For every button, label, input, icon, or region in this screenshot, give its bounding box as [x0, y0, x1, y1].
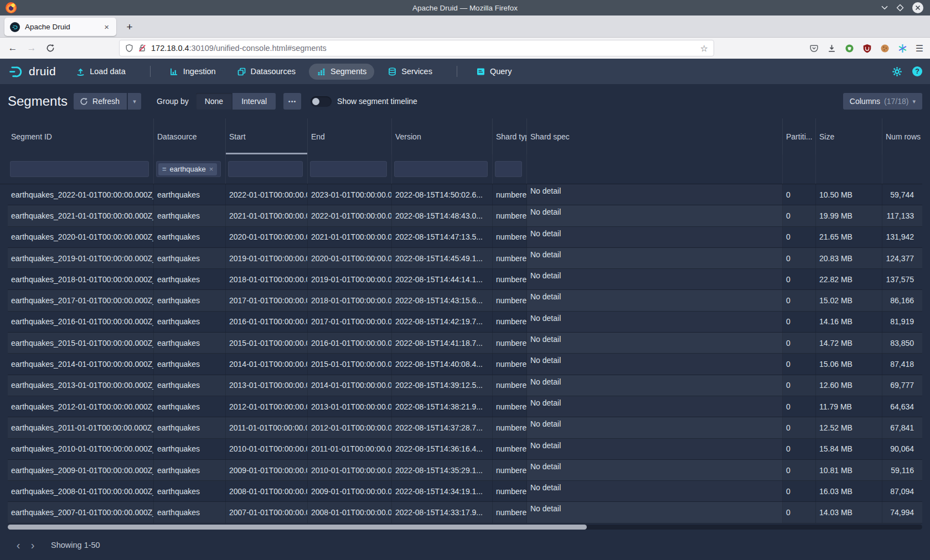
cell-shard-type: numbered [493, 396, 527, 417]
reload-icon[interactable] [42, 44, 59, 53]
filter-cell [882, 154, 922, 184]
cell-segment-id: earthquakes_2020-01-01T00:00:00.000Z_2..… [8, 227, 154, 247]
druid-brand[interactable]: druid [8, 65, 56, 78]
nav-item-ingestion[interactable]: Ingestion [162, 64, 224, 80]
cell-datasource: earthquakes [154, 375, 226, 396]
previous-page-icon[interactable]: ‹ [11, 537, 25, 553]
cell-version: 2022-08-15T14:35:29.1... [392, 460, 493, 480]
table-row[interactable]: earthquakes_2016-01-01T00:00:00.000Z_2..… [8, 312, 922, 333]
cookie-icon[interactable] [880, 44, 890, 53]
cell-shard-type: numbered [493, 227, 527, 247]
cell-size: 14.16 MB [816, 312, 882, 332]
minimize-icon[interactable] [881, 6, 888, 10]
more-dots-icon: ••• [288, 98, 297, 105]
horizontal-scrollbar[interactable] [8, 525, 922, 530]
horizontal-scrollbar-thumb[interactable] [8, 525, 587, 530]
cell-end: 2015-01-01T00:00:00.0... [308, 354, 392, 374]
tracking-shield-icon[interactable] [125, 44, 133, 53]
cell-end: 2018-01-01T00:00:00.0... [308, 290, 392, 310]
forward-icon[interactable]: → [23, 43, 40, 54]
back-icon[interactable]: ← [4, 43, 21, 54]
url-bar[interactable]: 172.18.0.4:30109/unified-console.html#se… [119, 40, 714, 56]
cell-shard-spec: No detail [527, 227, 783, 247]
table-row[interactable]: earthquakes_2010-01-01T00:00:00.000Z_2..… [8, 439, 922, 460]
column-header-num-rows[interactable]: Num rows [882, 118, 922, 154]
browser-tab[interactable]: Apache Druid × [4, 18, 116, 36]
cell-datasource: earthquakes [154, 502, 226, 522]
downloads-icon[interactable] [827, 44, 836, 53]
table-row[interactable]: earthquakes_2014-01-01T00:00:00.000Z_2..… [8, 354, 922, 375]
table-row[interactable]: earthquakes_2021-01-01T00:00:00.000Z_2..… [8, 205, 922, 226]
table-row[interactable]: earthquakes_2015-01-01T00:00:00.000Z_2..… [8, 333, 922, 354]
insecure-lock-icon[interactable] [138, 44, 147, 53]
nav-item-query[interactable]: Query [468, 64, 520, 80]
extension-asterisk-icon[interactable] [898, 44, 907, 53]
columns-button[interactable]: Columns (17/18) ▾ [843, 93, 922, 110]
refresh-button[interactable]: Refresh [74, 93, 127, 110]
close-icon[interactable] [912, 2, 923, 13]
segment-id-filter-input[interactable] [10, 161, 149, 177]
services-icon [388, 67, 397, 76]
cell-num-rows: 74,994 [882, 502, 922, 522]
nav-item-datasources[interactable]: Datasources [229, 64, 303, 80]
table-row[interactable]: earthquakes_2020-01-01T00:00:00.000Z_2..… [8, 227, 922, 248]
cell-num-rows: 81,919 [882, 312, 922, 332]
filter-tag-value: earthquake [170, 165, 206, 173]
table-row[interactable]: earthquakes_2019-01-01T00:00:00.000Z_2..… [8, 248, 922, 269]
table-row[interactable]: earthquakes_2013-01-01T00:00:00.000Z_2..… [8, 375, 922, 396]
table-row[interactable]: earthquakes_2008-01-01T00:00:00.000Z_2..… [8, 481, 922, 502]
table-row[interactable]: earthquakes_2009-01-01T00:00:00.000Z_2..… [8, 460, 922, 481]
column-header-end[interactable]: End [308, 118, 392, 154]
start-filter-input[interactable] [228, 161, 303, 177]
refresh-split-button: Refresh ▾ [74, 93, 141, 110]
cell-shard-type: numbered [493, 333, 527, 353]
help-icon[interactable]: ? [912, 66, 922, 76]
url-host: 172.18.0.4 [151, 44, 189, 53]
bookmark-star-icon[interactable]: ☆ [700, 43, 708, 54]
maximize-icon[interactable] [896, 4, 904, 12]
datasource-filter-tag[interactable]: = earthquake × [158, 163, 217, 175]
column-header-segment-id[interactable]: Segment ID [8, 118, 154, 154]
nav-item-services[interactable]: Services [380, 64, 440, 80]
ublock-icon[interactable] [862, 44, 872, 53]
table-row[interactable]: earthquakes_2011-01-01T00:00:00.000Z_2..… [8, 417, 922, 438]
table-row[interactable]: earthquakes_2018-01-01T00:00:00.000Z_2..… [8, 269, 922, 290]
column-header-shard-spec[interactable]: Shard spec [527, 118, 783, 154]
table-row[interactable]: earthquakes_2007-01-01T00:00:00.000Z_2..… [8, 502, 922, 523]
more-options-button[interactable]: ••• [283, 93, 301, 110]
cell-segment-id: earthquakes_2015-01-01T00:00:00.000Z_2..… [8, 333, 154, 353]
column-header-partition[interactable]: Partiti... [783, 118, 816, 154]
refresh-dropdown-button[interactable]: ▾ [128, 93, 141, 110]
settings-gear-icon[interactable] [892, 66, 902, 77]
column-header-start[interactable]: Start [226, 118, 308, 154]
shard-type-filter-input[interactable] [495, 161, 522, 177]
cell-partition: 0 [783, 227, 816, 247]
privacy-badger-icon[interactable] [845, 44, 854, 53]
menu-hamburger-icon[interactable]: ☰ [916, 43, 923, 54]
table-footer: ‹ › Showing 1-50 [0, 530, 930, 560]
table-row[interactable]: earthquakes_2022-01-01T00:00:00.000Z_2..… [8, 184, 922, 205]
nav-item-load-data[interactable]: Load data [68, 64, 133, 80]
column-header-version[interactable]: Version [392, 118, 493, 154]
table-row[interactable]: earthquakes_2012-01-01T00:00:00.000Z_2..… [8, 396, 922, 417]
column-header-shard-type[interactable]: Shard type [493, 118, 527, 154]
cell-partition: 0 [783, 248, 816, 268]
remove-filter-icon[interactable]: × [209, 165, 214, 173]
version-filter-input[interactable] [394, 161, 488, 177]
group-by-interval-button[interactable]: Interval [232, 93, 276, 110]
column-header-size[interactable]: Size [816, 118, 882, 154]
pocket-icon[interactable] [809, 44, 819, 53]
table-row[interactable]: earthquakes_2017-01-01T00:00:00.000Z_2..… [8, 290, 922, 311]
column-header-datasource[interactable]: Datasource [154, 118, 226, 154]
druid-favicon-icon [10, 22, 20, 32]
end-filter-input[interactable] [310, 161, 387, 177]
cell-segment-id: earthquakes_2008-01-01T00:00:00.000Z_2..… [8, 481, 154, 501]
tab-close-icon[interactable]: × [102, 22, 111, 32]
datasource-filter-input[interactable]: = earthquake × [156, 161, 221, 177]
cell-size: 11.79 MB [816, 396, 882, 417]
next-page-icon[interactable]: › [25, 537, 40, 553]
segment-timeline-toggle[interactable] [311, 96, 332, 107]
group-by-none-button[interactable]: None [196, 93, 232, 110]
new-tab-button[interactable]: + [123, 20, 136, 34]
nav-item-segments[interactable]: Segments [309, 64, 374, 80]
